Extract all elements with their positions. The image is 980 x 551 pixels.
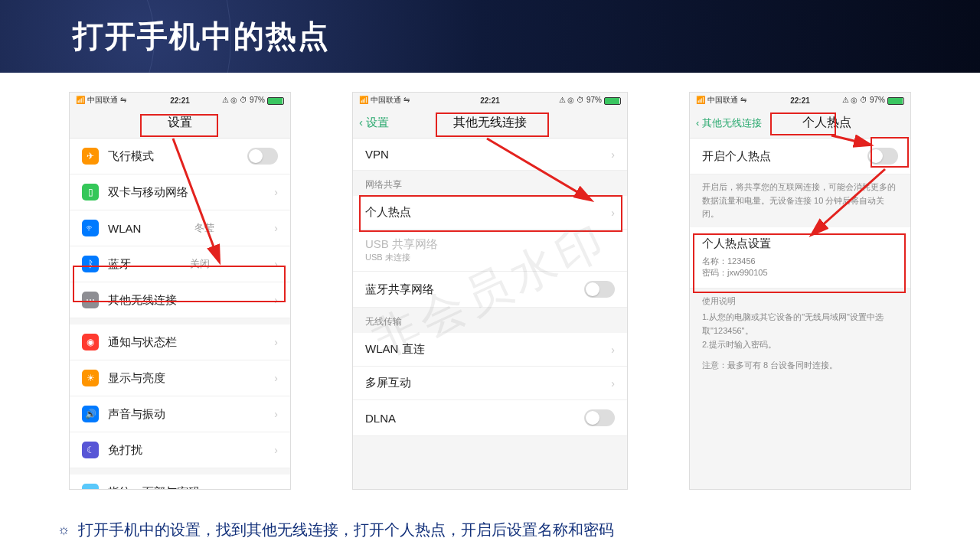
row-label: 个人热点设置 bbox=[702, 236, 898, 251]
row-other-wireless[interactable]: ⋯ 其他无线连接 › bbox=[70, 282, 290, 318]
nav-title: 个人热点 bbox=[802, 115, 851, 131]
slide-title: 打开手机中的热点 bbox=[73, 15, 330, 57]
brightness-icon: ☀ bbox=[82, 370, 99, 386]
row-multiscreen[interactable]: 多屏互动 › bbox=[353, 367, 627, 400]
row-label: 通知与状态栏 bbox=[108, 335, 177, 350]
chevron-right-icon: › bbox=[274, 222, 278, 234]
toggle[interactable] bbox=[584, 409, 615, 426]
carrier-label: 📶 中国联通 ⇋ bbox=[359, 95, 410, 106]
row-label: DLNA bbox=[365, 412, 396, 425]
status-right: ⚠ ◎ ⏱ 97% bbox=[559, 96, 621, 104]
nav-title: 设置 bbox=[168, 115, 192, 131]
section-header: 网络共享 bbox=[353, 171, 627, 196]
row-label: 开启个人热点 bbox=[702, 149, 771, 164]
phone-screenshot-2: 📶 中国联通 ⇋ 22:21 ⚠ ◎ ⏱ 97% ‹ 设置 其他无线连接 VPN… bbox=[352, 92, 628, 490]
chevron-right-icon: › bbox=[274, 294, 278, 306]
row-hotspot-settings[interactable]: 个人热点设置 名称：123456 密码：jxw990105 bbox=[690, 227, 910, 289]
row-label: 指纹、面部与密码 bbox=[108, 485, 200, 491]
row-label: 多屏互动 bbox=[365, 376, 411, 390]
nav-bar: ‹ 其他无线连接 个人热点 bbox=[690, 108, 910, 139]
chevron-right-icon: › bbox=[611, 207, 615, 219]
status-bar: 📶 中国联通 ⇋ 22:21 ⚠ ◎ ⏱ 97% bbox=[353, 93, 627, 108]
back-button[interactable]: ‹ 其他无线连接 bbox=[690, 116, 762, 130]
row-dnd[interactable]: ☾ 免打扰 › bbox=[70, 432, 290, 468]
status-right: ⚠ ◎ ⏱ 97% bbox=[842, 96, 904, 104]
chevron-right-icon: › bbox=[274, 444, 278, 456]
phone-screenshot-1: 📶 中国联通 ⇋ 22:21 ⚠ ◎ ⏱ 97% 设置 ✈ 飞行模式 ▯ 双卡与… bbox=[69, 92, 291, 490]
slide-body: 📶 中国联通 ⇋ 22:21 ⚠ ◎ ⏱ 97% 设置 ✈ 飞行模式 ▯ 双卡与… bbox=[0, 92, 980, 490]
more-icon: ⋯ bbox=[82, 292, 99, 308]
chevron-right-icon: › bbox=[274, 258, 278, 270]
airplane-icon: ✈ bbox=[82, 148, 99, 165]
wifi-icon: ᯤ bbox=[82, 220, 99, 236]
status-time: 22:21 bbox=[480, 96, 500, 105]
row-label: 声音与振动 bbox=[108, 407, 165, 422]
hotspot-name: 名称：123456 bbox=[702, 256, 898, 267]
row-biometric[interactable]: ◉ 指纹、面部与密码 › bbox=[70, 468, 290, 490]
fingerprint-icon: ◉ bbox=[82, 484, 99, 490]
chevron-right-icon: › bbox=[611, 344, 615, 356]
status-bar: 📶 中国联通 ⇋ 22:21 ⚠ ◎ ⏱ 97% bbox=[70, 93, 290, 108]
sim-icon: ▯ bbox=[82, 184, 99, 201]
row-label: 双卡与移动网络 bbox=[108, 185, 188, 200]
row-label: VPN bbox=[365, 148, 389, 161]
carrier-label: 📶 中国联通 ⇋ bbox=[696, 95, 746, 106]
row-label: WLAN 直连 bbox=[365, 342, 425, 357]
chevron-right-icon: › bbox=[611, 148, 615, 161]
row-label: USB 共享网络 bbox=[365, 237, 615, 252]
phone-screenshot-3: 📶 中国联通 ⇋ 22:21 ⚠ ◎ ⏱ 97% ‹ 其他无线连接 个人热点 开… bbox=[689, 92, 911, 490]
nav-bar: 设置 bbox=[70, 108, 290, 139]
chevron-right-icon: › bbox=[611, 377, 615, 390]
status-bar: 📶 中国联通 ⇋ 22:21 ⚠ ◎ ⏱ 97% bbox=[690, 93, 910, 108]
carrier-label: 📶 中国联通 ⇋ bbox=[76, 95, 126, 106]
status-right: ⚠ ◎ ⏱ 97% bbox=[222, 96, 284, 104]
row-notifications[interactable]: ◉ 通知与状态栏 › bbox=[70, 318, 290, 360]
toggle[interactable] bbox=[247, 148, 278, 165]
chevron-right-icon: › bbox=[274, 336, 278, 348]
row-label: 飞行模式 bbox=[108, 149, 154, 164]
sun-icon: ☼ bbox=[57, 522, 70, 538]
chevron-right-icon: › bbox=[274, 372, 278, 384]
nav-bar: ‹ 设置 其他无线连接 bbox=[353, 108, 627, 139]
row-sim[interactable]: ▯ 双卡与移动网络 › bbox=[70, 174, 290, 210]
row-label: 个人热点 bbox=[365, 205, 411, 220]
status-time: 22:21 bbox=[790, 96, 810, 105]
row-display[interactable]: ☀ 显示与亮度 › bbox=[70, 360, 290, 396]
row-enable-hotspot[interactable]: 开启个人热点 bbox=[690, 139, 910, 174]
nav-title: 其他无线连接 bbox=[453, 115, 527, 131]
row-wlan-direct[interactable]: WLAN 直连 › bbox=[353, 333, 627, 367]
row-label: WLAN bbox=[108, 222, 141, 235]
row-usb-tether: USB 共享网络 USB 未连接 bbox=[353, 230, 627, 272]
row-sound[interactable]: 🔊 声音与振动 › bbox=[70, 396, 290, 432]
row-label: 免打扰 bbox=[108, 443, 142, 458]
chevron-right-icon: › bbox=[274, 186, 278, 198]
sound-icon: 🔊 bbox=[82, 406, 99, 422]
row-value: 关闭 bbox=[190, 257, 210, 271]
row-label: 蓝牙共享网络 bbox=[365, 282, 434, 297]
row-bluetooth[interactable]: ᛒ 蓝牙 关闭 › bbox=[70, 246, 290, 282]
hotspot-password: 密码：jxw990105 bbox=[702, 267, 898, 279]
row-label: 显示与亮度 bbox=[108, 371, 165, 386]
usage-instructions: 使用说明 1.从您的电脑或其它设备的"无线局域网"设置中选取"123456"。 … bbox=[690, 289, 910, 379]
row-vpn[interactable]: VPN › bbox=[353, 139, 627, 171]
back-button[interactable]: ‹ 设置 bbox=[353, 116, 389, 130]
row-dlna[interactable]: DLNA bbox=[353, 400, 627, 436]
row-label: 其他无线连接 bbox=[108, 293, 177, 308]
row-airplane-mode[interactable]: ✈ 飞行模式 bbox=[70, 139, 290, 174]
row-personal-hotspot[interactable]: 个人热点 › bbox=[353, 196, 627, 230]
chevron-right-icon: › bbox=[274, 486, 278, 490]
hotspot-enable-help: 开启后，将共享您的互联网连接，可能会消耗更多的数据流量和电量。无设备连接 10 … bbox=[690, 174, 910, 227]
row-bt-tether[interactable]: 蓝牙共享网络 bbox=[353, 272, 627, 308]
status-time: 22:21 bbox=[170, 96, 190, 105]
row-value: 冬莹 bbox=[194, 221, 214, 235]
moon-icon: ☾ bbox=[82, 442, 99, 458]
row-wlan[interactable]: ᯤ WLAN 冬莹 › bbox=[70, 210, 290, 246]
row-subtext: USB 未连接 bbox=[365, 252, 615, 263]
caption-text: 打开手机中的设置，找到其他无线连接，打开个人热点，开启后设置名称和密码 bbox=[78, 520, 614, 540]
section-header: 无线传输 bbox=[353, 308, 627, 333]
toggle[interactable] bbox=[584, 281, 615, 298]
chevron-right-icon: › bbox=[274, 408, 278, 420]
toggle-enable-hotspot[interactable] bbox=[867, 148, 898, 165]
notification-icon: ◉ bbox=[82, 334, 99, 350]
slide-caption: ☼ 打开手机中的设置，找到其他无线连接，打开个人热点，开启后设置名称和密码 bbox=[57, 520, 614, 540]
